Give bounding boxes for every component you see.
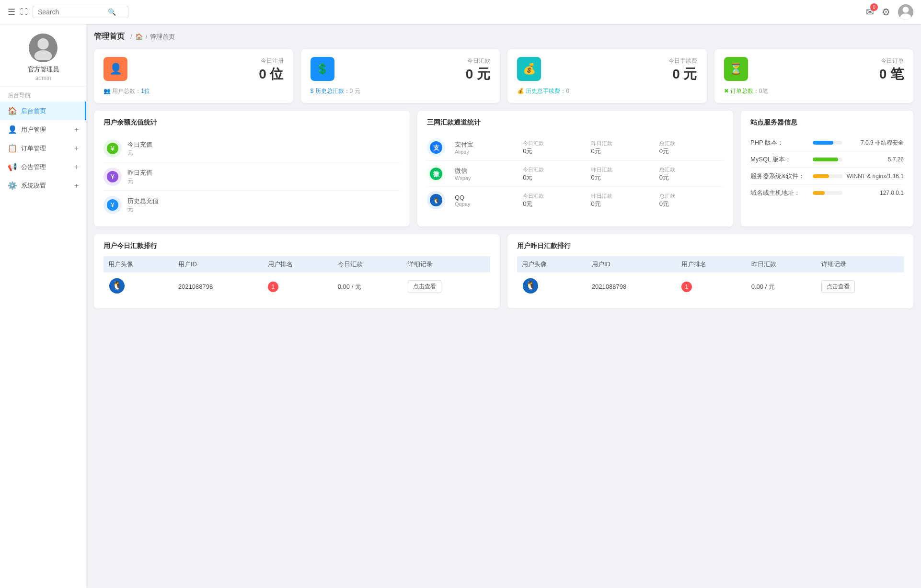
fee-label: 今日手续费 bbox=[668, 57, 697, 65]
announcements-expand-icon: + bbox=[74, 163, 79, 171]
qq-total-label: 总汇款 bbox=[659, 192, 724, 200]
balance-yesterday-value: 元 bbox=[127, 177, 400, 185]
expand-icon[interactable]: ⛶ bbox=[20, 8, 28, 16]
today-col-avatar: 用户头像 bbox=[104, 256, 173, 272]
today-table-header: 用户头像 用户ID 用户排名 今日汇款 详细记录 bbox=[104, 256, 490, 272]
header-right: ✉ 0 ⚙ bbox=[866, 4, 913, 20]
yesterday-col-rank: 用户排名 bbox=[677, 256, 747, 272]
balance-item-total: ¥ 历史总充值 元 bbox=[104, 191, 400, 219]
balance-total-icon: ¥ bbox=[104, 196, 122, 214]
fee-value: 0 元 bbox=[668, 65, 697, 83]
server-item-php: PHP 版本： 7.0.9 非结程安全 bbox=[750, 135, 904, 151]
sidebar-item-dashboard[interactable]: 🏠 后台首页 bbox=[0, 102, 86, 120]
qq-name: QQ bbox=[455, 194, 519, 201]
server-item-mysql: MySQL 版本： 5.7.26 bbox=[750, 151, 904, 168]
alipay-today-val: 0元 bbox=[523, 147, 587, 156]
balance-total-value: 元 bbox=[127, 205, 400, 214]
nav-title: 后台导航 bbox=[0, 87, 86, 102]
hamburger-icon[interactable]: ☰ bbox=[8, 7, 15, 17]
profile-name: 官方管理员 bbox=[28, 65, 59, 74]
users-icon: 👤 bbox=[8, 125, 17, 134]
yesterday-row1-id: 2021088798 bbox=[587, 272, 677, 301]
yesterday-col-avatar: 用户头像 bbox=[517, 256, 587, 272]
os-value: WINNT & nginx/1.16.1 bbox=[846, 173, 904, 180]
today-ranking-title: 用户今日汇款排行 bbox=[104, 242, 490, 250]
wechat-icon: 微 bbox=[427, 165, 445, 183]
svg-point-1 bbox=[903, 7, 909, 13]
host-bar-wrap bbox=[813, 191, 842, 195]
yesterday-detail-button-1[interactable]: 点击查看 bbox=[821, 280, 855, 293]
orders-icon: 📋 bbox=[8, 144, 17, 153]
notification-button[interactable]: ✉ 0 bbox=[866, 6, 874, 18]
wechat-yesterday-val: 0元 bbox=[591, 173, 656, 182]
middle-section: 用户余额充值统计 ¥ 今日充值 元 ¥ 昨日充值 bbox=[94, 111, 913, 226]
search-icon[interactable]: 🔍 bbox=[108, 8, 116, 16]
bottom-section: 用户今日汇款排行 用户头像 用户ID 用户排名 今日汇款 详细记录 bbox=[94, 234, 913, 308]
sidebar-item-settings[interactable]: ⚙️ 系统设置 + bbox=[0, 176, 86, 195]
yesterday-row1-avatar: 🐧 bbox=[517, 272, 587, 301]
svg-text:¥: ¥ bbox=[110, 201, 115, 209]
alipay-total-label: 总汇款 bbox=[659, 140, 724, 147]
wechat-name: 微信 bbox=[455, 167, 519, 175]
today-row1-amount: 0.00 / 元 bbox=[333, 272, 403, 301]
os-bar bbox=[813, 174, 829, 178]
server-card: 站点服务器信息 PHP 版本： 7.0.9 非结程安全 MySQL 版本： 5.… bbox=[741, 111, 913, 226]
server-item-host: 域名或主机地址： 127.0.0.1 bbox=[750, 185, 904, 201]
breadcrumb-sep1: / bbox=[130, 33, 132, 40]
wechat-yesterday-label: 昨日汇款 bbox=[591, 166, 656, 173]
svg-text:支: 支 bbox=[433, 144, 440, 151]
mysql-bar bbox=[813, 158, 838, 161]
orders-expand-icon: + bbox=[74, 144, 79, 153]
stat-cards-row: 👤 今日注册 0 位 👥 用户总数：1位 💲 今日汇款 0 元 bbox=[94, 49, 913, 103]
settings-button[interactable]: ⚙ bbox=[882, 6, 890, 18]
user-avatar[interactable] bbox=[898, 4, 913, 20]
host-value: 127.0.0.1 bbox=[846, 190, 904, 196]
today-col-detail: 详细记录 bbox=[403, 256, 490, 272]
balance-yesterday-icon: ¥ bbox=[104, 168, 122, 186]
remittance-footer: $ 历史总汇款：0 元 bbox=[311, 87, 491, 95]
payment-row-wechat: 微 微信 Wxpay 今日汇款 0元 昨日汇款 0元 总 bbox=[427, 161, 724, 187]
alipay-name: 支付宝 bbox=[455, 140, 519, 149]
sidebar-item-orders[interactable]: 📋 订单管理 + bbox=[0, 139, 86, 158]
order-footer: ✖ 订单总数：0笔 bbox=[724, 87, 904, 95]
header-left: ☰ ⛶ 🔍 bbox=[8, 6, 128, 18]
today-col-rank: 用户排名 bbox=[263, 256, 333, 272]
sidebar-profile: 官方管理员 admin bbox=[0, 24, 86, 87]
sidebar-item-label-settings: 系统设置 bbox=[21, 181, 46, 190]
main-content: 管理首页 / 🏠 / 管理首页 👤 今日注册 0 位 👥 用户总数：1位 bbox=[86, 24, 921, 588]
register-icon: 👤 bbox=[104, 57, 127, 81]
php-bar-wrap bbox=[813, 141, 842, 145]
today-detail-button-1[interactable]: 点击查看 bbox=[408, 280, 441, 293]
alipay-sub: Alipay bbox=[455, 149, 519, 155]
qq-yesterday-label: 昨日汇款 bbox=[591, 192, 656, 200]
wechat-today-label: 今日汇款 bbox=[523, 166, 587, 173]
yesterday-col-detail: 详细记录 bbox=[817, 256, 904, 272]
sidebar-item-label-dashboard: 后台首页 bbox=[21, 107, 46, 115]
wechat-sub: Wxpay bbox=[455, 175, 519, 181]
register-value: 0 位 bbox=[259, 65, 283, 83]
svg-text:微: 微 bbox=[433, 170, 440, 178]
today-col-id: 用户ID bbox=[173, 256, 263, 272]
mysql-label: MySQL 版本： bbox=[750, 155, 813, 164]
payment-card: 三网汇款通道统计 支 支付宝 Alipay 今日汇款 0元 昨日汇 bbox=[417, 111, 733, 226]
settings-icon: ⚙️ bbox=[8, 181, 17, 190]
breadcrumb-sep2: / bbox=[146, 33, 148, 40]
wechat-total-val: 0元 bbox=[659, 173, 724, 182]
order-icon: ⏳ bbox=[724, 57, 748, 81]
sidebar-item-users[interactable]: 👤 用户管理 + bbox=[0, 120, 86, 139]
server-card-title: 站点服务器信息 bbox=[750, 118, 904, 127]
register-label: 今日注册 bbox=[259, 57, 283, 65]
svg-text:🐧: 🐧 bbox=[433, 197, 440, 204]
balance-today-icon: ¥ bbox=[104, 139, 122, 158]
search-input[interactable] bbox=[38, 8, 105, 16]
balance-total-name: 历史总充值 bbox=[127, 197, 400, 205]
today-row1-id: 2021088798 bbox=[173, 272, 263, 301]
yesterday-row1-detail: 点击查看 bbox=[817, 272, 904, 301]
today-col-amount: 今日汇款 bbox=[333, 256, 403, 272]
breadcrumb-current: 管理首页 bbox=[150, 33, 175, 41]
rank-badge-1: 1 bbox=[268, 282, 278, 292]
breadcrumb-home[interactable]: 🏠 bbox=[135, 33, 143, 40]
order-value: 0 笔 bbox=[879, 65, 904, 83]
sidebar-item-announcements[interactable]: 📢 公告管理 + bbox=[0, 158, 86, 176]
balance-today-value: 元 bbox=[127, 149, 400, 157]
